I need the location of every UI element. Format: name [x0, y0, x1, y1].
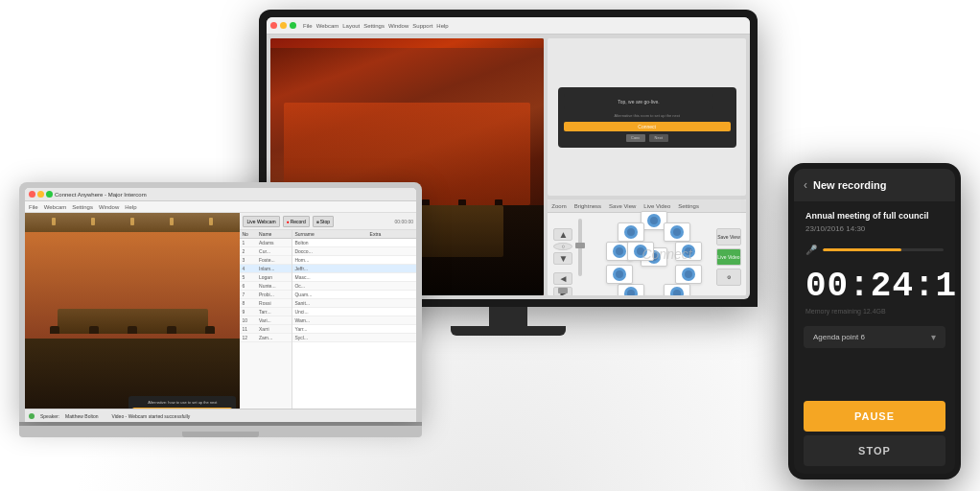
table-row[interactable]: Oc...	[292, 282, 416, 291]
settings-label: Settings	[678, 203, 699, 209]
monitor-stand-neck	[489, 307, 527, 326]
table-row[interactable]: Hom...	[292, 256, 416, 265]
tablet-header: ‹ New recording	[794, 169, 955, 201]
minimize-dot	[280, 22, 287, 29]
zoom-down-btn[interactable]: ▼	[553, 252, 572, 265]
stop-button[interactable]: STOP	[804, 435, 945, 466]
laptop-maximize	[46, 191, 53, 198]
table-row[interactable]: 12Zam...	[240, 334, 292, 342]
connect-watermark: Connect	[642, 246, 691, 262]
table-row[interactable]: Jeffr...	[292, 265, 416, 273]
laptop-titlebar: Connect Anywhere - Major Intercom	[25, 188, 416, 201]
timer-display: 00:24:13	[805, 267, 944, 306]
table-row[interactable]: 7Probi...	[240, 291, 292, 299]
stop-btn[interactable]: ■ Stop	[313, 216, 334, 227]
node-bottom-right	[664, 284, 690, 295]
laptop-screen-wrapper: Connect Anywhere - Major Intercom File W…	[19, 182, 422, 422]
monitor-taskbar: File Webcam Layout Settings Window Suppo…	[267, 17, 750, 35]
light-3	[130, 218, 134, 225]
zoom-up-btn[interactable]: ▲	[553, 228, 572, 241]
chair-3	[128, 326, 137, 334]
menu-support[interactable]: Support	[412, 23, 432, 29]
table-area: No Name 1Adams 2Cur... 3Foste...	[240, 230, 416, 422]
laptop-menu-webcam[interactable]: Webcam	[44, 204, 67, 210]
chair-4	[167, 326, 176, 334]
live-webcam-btn[interactable]: Live Webcam	[243, 216, 279, 227]
laptop-menu-window[interactable]: Window	[99, 204, 119, 210]
laptop-status-bar: Speaker: Matthew Bolton Video - Webcam s…	[25, 409, 416, 422]
save-view-label: Save View	[609, 203, 636, 209]
record-btn[interactable]: ● Record	[283, 216, 310, 227]
status-connection: Video - Webcam started successfully	[111, 413, 190, 419]
tablet-device: ‹ New recording Annual meeting of full c…	[788, 163, 961, 479]
table-row[interactable]: Sanit...	[292, 299, 416, 308]
settings-btn-small[interactable]: ⚙	[716, 269, 741, 286]
laptop: Connect Anywhere - Major Intercom File W…	[19, 182, 422, 460]
agenda-dropdown[interactable]: Agenda point 6 ▾	[804, 326, 945, 348]
menu-window[interactable]: Window	[388, 23, 408, 29]
chair-2	[89, 326, 99, 334]
tablet-screen: ‹ New recording Annual meeting of full c…	[794, 169, 955, 474]
laptop-minimize	[37, 191, 44, 198]
laptop-menu-settings[interactable]: Settings	[72, 204, 93, 210]
status-dot	[29, 413, 35, 419]
back-button[interactable]: ‹	[804, 178, 807, 192]
zoom-left-btn[interactable]: ◄	[553, 272, 572, 285]
save-view-btn[interactable]: Save View	[716, 228, 741, 246]
tablet-title: New recording	[813, 179, 886, 191]
connect-dialog-title: Top, we are go-live.	[564, 93, 714, 110]
menu-help[interactable]: Help	[436, 23, 448, 29]
table-row[interactable]: 6Nunte...	[240, 282, 292, 291]
zoom-label: Zoom	[551, 203, 566, 209]
brightness-slider[interactable]	[578, 219, 582, 276]
zoom-circle: ○	[553, 243, 572, 250]
tablet-timer: 00:24:13 Memory remaining 12.4GB	[794, 259, 955, 318]
laptop-menu-file[interactable]: File	[29, 204, 38, 210]
table-row[interactable]: 8Rossi	[240, 299, 292, 308]
spacer	[794, 356, 955, 397]
table-row[interactable]: 10Vari...	[240, 316, 292, 325]
menu-webcam[interactable]: Webcam	[316, 23, 339, 29]
laptop-close	[29, 191, 35, 198]
table-row[interactable]: Docco...	[292, 247, 416, 256]
mic-icon: 🎤	[805, 245, 817, 255]
monitor-stand-base	[451, 326, 566, 336]
table-row[interactable]: Quam...	[292, 291, 416, 299]
table-row[interactable]: 11Xarri	[240, 325, 292, 334]
laptop-app: Connect Anywhere - Major Intercom File W…	[25, 188, 416, 422]
table-row[interactable]: 2Cur...	[240, 247, 292, 256]
agenda-chevron-icon: ▾	[931, 332, 936, 342]
node-left-bottom	[606, 265, 633, 284]
table-row[interactable]: 9Tarr...	[240, 308, 292, 316]
save-view-area: Save View Live Video ⚙	[715, 228, 742, 286]
light-1	[52, 218, 56, 225]
table-row[interactable]: 1Adams	[240, 239, 292, 247]
menu-settings[interactable]: Settings	[363, 23, 385, 29]
laptop-title: Connect Anywhere - Major Intercom	[55, 192, 147, 198]
pause-button[interactable]: PAUSE	[804, 401, 945, 432]
table-row[interactable]: 4Inlam...	[240, 265, 292, 273]
table-row[interactable]: 3Foste...	[240, 256, 292, 265]
mic-progress-track	[823, 248, 944, 251]
light-5	[209, 218, 213, 225]
menu-layout[interactable]: Layout	[342, 23, 360, 29]
table-row[interactable]: 5Logan	[240, 273, 292, 282]
table-row[interactable]: Sycl...	[292, 334, 416, 342]
col-extra: Extra	[368, 230, 416, 239]
connect-button[interactable]: Connect	[564, 122, 731, 131]
table-row[interactable]: Bolton	[292, 239, 416, 247]
menu-file[interactable]: File	[303, 23, 313, 29]
laptop-right-panel: Live Webcam ● Record ■ Stop 00:00:00	[240, 213, 416, 422]
live-video-btn[interactable]: Live Video	[716, 248, 741, 266]
table-row[interactable]: Unci...	[292, 308, 416, 316]
contact-table-right: Surname Extra Bolton Docco... Hom...	[292, 230, 416, 342]
left-column: No Name 1Adams 2Cur... 3Foste...	[240, 230, 292, 422]
table-row[interactable]: Yarr...	[292, 325, 416, 334]
maximize-dot	[290, 22, 296, 29]
table-row[interactable]: Masc...	[292, 273, 416, 282]
laptop-menu-help[interactable]: Help	[125, 204, 136, 210]
table-row[interactable]: Wam...	[292, 316, 416, 325]
network-diagram-area: Zoom Brightness Save View Live Video Set…	[548, 199, 746, 295]
laptop-toolbar-right: Live Webcam ● Record ■ Stop 00:00:00	[240, 213, 416, 230]
connect-dialog-subtitle: Alternative this room to set up the next	[564, 113, 731, 118]
